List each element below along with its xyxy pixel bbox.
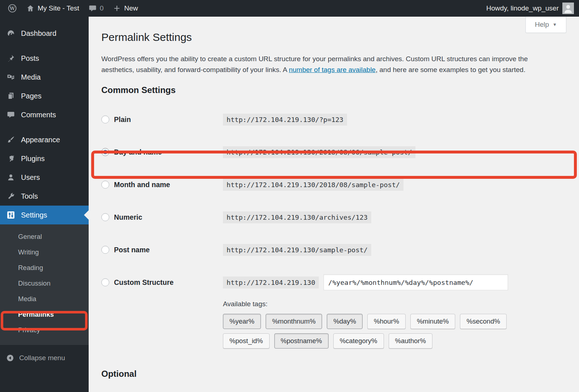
sidebar-item-label: Settings xyxy=(21,211,47,219)
tag-button-year[interactable]: %year% xyxy=(223,314,261,329)
intro-text: WordPress offers you the ability to crea… xyxy=(101,54,558,75)
sidebar-item-general[interactable]: General xyxy=(0,229,89,244)
sidebar-item-tools[interactable]: Tools xyxy=(0,187,89,206)
user-icon xyxy=(6,173,16,181)
sidebar-item-users[interactable]: Users xyxy=(0,168,89,187)
available-tags-label: Available tags: xyxy=(223,300,565,308)
radio-day-and-name[interactable] xyxy=(101,148,109,156)
wordpress-logo-icon: W xyxy=(8,4,17,13)
comments-pending-button[interactable]: 0 xyxy=(84,0,109,17)
sidebar-item-discussion[interactable]: Discussion xyxy=(0,275,89,291)
comment-count: 0 xyxy=(100,4,104,12)
wordpress-menu-button[interactable]: W xyxy=(3,0,22,17)
sidebar-item-settings[interactable]: Settings xyxy=(0,206,89,224)
pushpin-icon xyxy=(6,54,16,62)
sidebar-item-appearance[interactable]: Appearance xyxy=(0,130,89,149)
tag-button-monthnum[interactable]: %monthnum% xyxy=(266,314,322,329)
tag-button-day[interactable]: %day% xyxy=(327,314,363,329)
admin-bar: W My Site - Test 0 New Howdy, linode_wp_… xyxy=(0,0,579,17)
radio-numeric[interactable] xyxy=(101,213,109,221)
sidebar-item-label: Tools xyxy=(21,192,38,201)
tags-row: %post_id% %postname% %category% %author% xyxy=(223,333,565,353)
custom-structure-base-url: http://172.104.219.130 xyxy=(223,277,319,288)
radio-month-and-name[interactable] xyxy=(101,181,109,189)
sidebar-item-label: Users xyxy=(21,173,40,182)
option-row-numeric: Numeric http://172.104.219.130/archives/… xyxy=(101,201,565,233)
help-label: Help xyxy=(535,21,549,29)
plug-icon xyxy=(6,155,16,163)
sidebar-item-privacy[interactable]: Privacy xyxy=(0,322,89,338)
example-url: http://172.104.219.130/2018/08/sample-po… xyxy=(223,179,403,191)
howdy-user-link[interactable]: Howdy, linode_wp_user xyxy=(486,4,559,12)
option-row-post-name: Post name http://172.104.219.130/sample-… xyxy=(101,233,565,266)
sidebar-item-pages[interactable]: Pages xyxy=(0,87,89,105)
tag-button-hour[interactable]: %hour% xyxy=(367,314,406,329)
sidebar-item-comments[interactable]: Comments xyxy=(0,105,89,124)
sidebar-item-label: Dashboard xyxy=(21,29,56,38)
permalink-options: Plain http://172.104.219.130/?p=123 Day … xyxy=(101,103,565,299)
sidebar-separator xyxy=(0,43,89,49)
tag-button-minute[interactable]: %minute% xyxy=(410,314,455,329)
collapse-arrow-icon xyxy=(5,354,15,362)
option-label: Numeric xyxy=(114,213,142,222)
tag-button-postname[interactable]: %postname% xyxy=(274,333,329,349)
page-title: Permalink Settings xyxy=(101,30,565,44)
option-label: Day and name xyxy=(114,148,162,156)
collapse-menu-label: Collapse menu xyxy=(19,354,65,362)
new-content-button[interactable]: New xyxy=(108,0,143,17)
svg-text:W: W xyxy=(9,6,15,11)
tags-row: %year% %monthnum% %day% %hour% %minute% … xyxy=(223,314,565,333)
sidebar-item-media-settings[interactable]: Media xyxy=(0,291,89,307)
example-url: http://172.104.219.130/sample-post/ xyxy=(223,244,371,256)
sidebar-item-writing[interactable]: Writing xyxy=(0,244,89,260)
sidebar-item-dashboard[interactable]: Dashboard xyxy=(0,24,89,43)
option-label: Custom Structure xyxy=(114,278,174,287)
settings-submenu: General Writing Reading Discussion Media… xyxy=(0,224,89,345)
sidebar-item-label: Posts xyxy=(21,54,39,63)
tag-button-category[interactable]: %category% xyxy=(333,333,384,349)
intro-after-link: , and here are some examples to get you … xyxy=(376,66,525,73)
comments-icon xyxy=(6,111,16,119)
tag-button-post-id[interactable]: %post_id% xyxy=(223,333,270,349)
help-button[interactable]: Help ▼ xyxy=(525,17,566,33)
avatar[interactable] xyxy=(562,3,574,14)
option-row-month-and-name: Month and name http://172.104.219.130/20… xyxy=(101,168,565,201)
sidebar-item-plugins[interactable]: Plugins xyxy=(0,149,89,168)
radio-custom-structure[interactable] xyxy=(101,278,109,286)
tag-button-author[interactable]: %author% xyxy=(389,333,432,349)
sidebar-separator xyxy=(0,124,89,130)
sidebar-item-label: Media xyxy=(21,73,41,81)
optional-heading: Optional xyxy=(101,369,565,379)
option-label: Month and name xyxy=(114,181,170,189)
collapse-menu-button[interactable]: Collapse menu xyxy=(0,349,89,367)
dashboard-icon xyxy=(6,29,16,37)
option-row-plain: Plain http://172.104.219.130/?p=123 xyxy=(101,103,565,136)
option-row-custom-structure: Custom Structure http://172.104.219.130 xyxy=(101,266,565,299)
option-row-day-and-name: Day and name http://172.104.219.130/2018… xyxy=(101,136,565,168)
tag-button-second[interactable]: %second% xyxy=(460,314,507,329)
sidebar-item-posts[interactable]: Posts xyxy=(0,49,89,68)
pages-icon xyxy=(6,92,16,100)
main-content: Help ▼ Permalink Settings WordPress offe… xyxy=(89,17,579,392)
common-settings-heading: Common Settings xyxy=(101,85,565,95)
tags-available-link[interactable]: number of tags are available xyxy=(289,66,376,73)
plus-icon xyxy=(113,4,121,12)
sidebar-item-label: Comments xyxy=(21,111,56,119)
example-url: http://172.104.219.130/?p=123 xyxy=(223,114,347,126)
new-label: New xyxy=(124,4,138,12)
media-icon xyxy=(6,73,16,81)
comment-bubble-icon xyxy=(89,4,97,12)
settings-icon xyxy=(6,211,16,219)
radio-post-name[interactable] xyxy=(101,246,109,254)
sidebar-item-reading[interactable]: Reading xyxy=(0,260,89,275)
available-tags-section: Available tags: %year% %monthnum% %day% … xyxy=(223,300,565,353)
sidebar-item-media[interactable]: Media xyxy=(0,68,89,87)
radio-plain[interactable] xyxy=(101,115,109,123)
wrench-icon xyxy=(6,192,16,200)
site-name-button[interactable]: My Site - Test xyxy=(22,0,84,17)
custom-structure-input[interactable] xyxy=(324,274,508,290)
sidebar-item-permalinks[interactable]: Permalinks xyxy=(0,307,89,322)
option-label: Post name xyxy=(114,246,150,254)
example-url: http://172.104.219.130/archives/123 xyxy=(223,211,371,223)
chevron-down-icon: ▼ xyxy=(553,22,557,27)
